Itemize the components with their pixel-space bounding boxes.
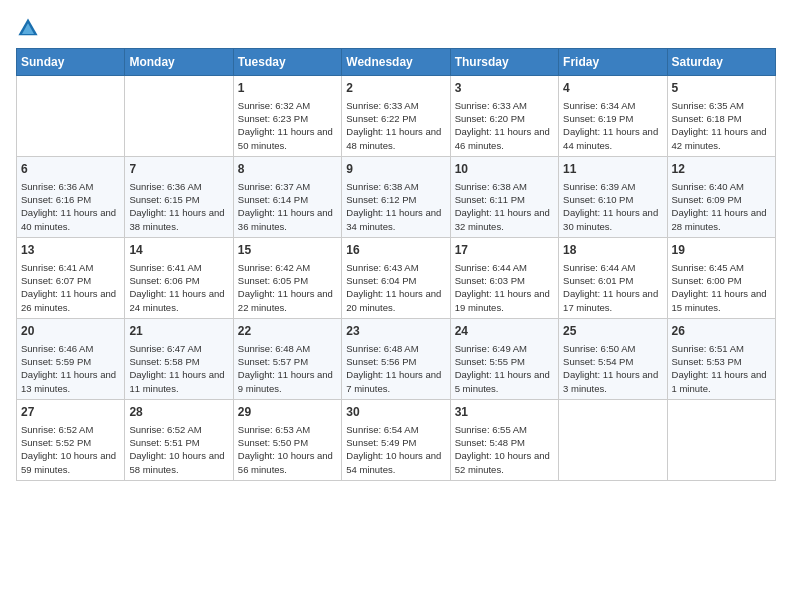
calendar-cell: 4Sunrise: 6:34 AMSunset: 6:19 PMDaylight… bbox=[559, 76, 667, 157]
day-info: Sunrise: 6:45 AMSunset: 6:00 PMDaylight:… bbox=[672, 261, 771, 314]
page-header bbox=[16, 16, 776, 40]
day-info: Sunrise: 6:41 AMSunset: 6:06 PMDaylight:… bbox=[129, 261, 228, 314]
day-number: 17 bbox=[455, 242, 554, 259]
day-info: Sunrise: 6:51 AMSunset: 5:53 PMDaylight:… bbox=[672, 342, 771, 395]
calendar-body: 1Sunrise: 6:32 AMSunset: 6:23 PMDaylight… bbox=[17, 76, 776, 481]
day-info: Sunrise: 6:36 AMSunset: 6:16 PMDaylight:… bbox=[21, 180, 120, 233]
calendar-cell: 25Sunrise: 6:50 AMSunset: 5:54 PMDayligh… bbox=[559, 318, 667, 399]
calendar-cell: 20Sunrise: 6:46 AMSunset: 5:59 PMDayligh… bbox=[17, 318, 125, 399]
day-number: 2 bbox=[346, 80, 445, 97]
day-number: 9 bbox=[346, 161, 445, 178]
day-info: Sunrise: 6:53 AMSunset: 5:50 PMDaylight:… bbox=[238, 423, 337, 476]
day-number: 27 bbox=[21, 404, 120, 421]
day-number: 3 bbox=[455, 80, 554, 97]
calendar-cell: 3Sunrise: 6:33 AMSunset: 6:20 PMDaylight… bbox=[450, 76, 558, 157]
day-info: Sunrise: 6:38 AMSunset: 6:11 PMDaylight:… bbox=[455, 180, 554, 233]
col-wednesday: Wednesday bbox=[342, 49, 450, 76]
calendar-cell: 16Sunrise: 6:43 AMSunset: 6:04 PMDayligh… bbox=[342, 237, 450, 318]
day-number: 5 bbox=[672, 80, 771, 97]
calendar-cell: 9Sunrise: 6:38 AMSunset: 6:12 PMDaylight… bbox=[342, 156, 450, 237]
calendar-week-row: 1Sunrise: 6:32 AMSunset: 6:23 PMDaylight… bbox=[17, 76, 776, 157]
calendar-cell: 8Sunrise: 6:37 AMSunset: 6:14 PMDaylight… bbox=[233, 156, 341, 237]
logo-icon bbox=[16, 16, 40, 40]
calendar-cell: 31Sunrise: 6:55 AMSunset: 5:48 PMDayligh… bbox=[450, 399, 558, 480]
day-number: 31 bbox=[455, 404, 554, 421]
col-saturday: Saturday bbox=[667, 49, 775, 76]
logo bbox=[16, 16, 44, 40]
col-monday: Monday bbox=[125, 49, 233, 76]
day-info: Sunrise: 6:49 AMSunset: 5:55 PMDaylight:… bbox=[455, 342, 554, 395]
day-info: Sunrise: 6:37 AMSunset: 6:14 PMDaylight:… bbox=[238, 180, 337, 233]
day-number: 14 bbox=[129, 242, 228, 259]
day-info: Sunrise: 6:33 AMSunset: 6:20 PMDaylight:… bbox=[455, 99, 554, 152]
calendar-cell bbox=[559, 399, 667, 480]
calendar-cell: 14Sunrise: 6:41 AMSunset: 6:06 PMDayligh… bbox=[125, 237, 233, 318]
day-info: Sunrise: 6:36 AMSunset: 6:15 PMDaylight:… bbox=[129, 180, 228, 233]
calendar-header: Sunday Monday Tuesday Wednesday Thursday… bbox=[17, 49, 776, 76]
calendar-cell: 13Sunrise: 6:41 AMSunset: 6:07 PMDayligh… bbox=[17, 237, 125, 318]
day-info: Sunrise: 6:32 AMSunset: 6:23 PMDaylight:… bbox=[238, 99, 337, 152]
col-sunday: Sunday bbox=[17, 49, 125, 76]
day-number: 7 bbox=[129, 161, 228, 178]
calendar-cell: 18Sunrise: 6:44 AMSunset: 6:01 PMDayligh… bbox=[559, 237, 667, 318]
day-info: Sunrise: 6:52 AMSunset: 5:52 PMDaylight:… bbox=[21, 423, 120, 476]
day-info: Sunrise: 6:48 AMSunset: 5:56 PMDaylight:… bbox=[346, 342, 445, 395]
calendar-week-row: 6Sunrise: 6:36 AMSunset: 6:16 PMDaylight… bbox=[17, 156, 776, 237]
day-number: 10 bbox=[455, 161, 554, 178]
day-number: 23 bbox=[346, 323, 445, 340]
day-info: Sunrise: 6:44 AMSunset: 6:01 PMDaylight:… bbox=[563, 261, 662, 314]
day-number: 6 bbox=[21, 161, 120, 178]
calendar-cell: 17Sunrise: 6:44 AMSunset: 6:03 PMDayligh… bbox=[450, 237, 558, 318]
day-info: Sunrise: 6:33 AMSunset: 6:22 PMDaylight:… bbox=[346, 99, 445, 152]
calendar-cell: 23Sunrise: 6:48 AMSunset: 5:56 PMDayligh… bbox=[342, 318, 450, 399]
day-info: Sunrise: 6:43 AMSunset: 6:04 PMDaylight:… bbox=[346, 261, 445, 314]
calendar-cell: 19Sunrise: 6:45 AMSunset: 6:00 PMDayligh… bbox=[667, 237, 775, 318]
day-info: Sunrise: 6:42 AMSunset: 6:05 PMDaylight:… bbox=[238, 261, 337, 314]
calendar-cell bbox=[667, 399, 775, 480]
calendar-cell: 29Sunrise: 6:53 AMSunset: 5:50 PMDayligh… bbox=[233, 399, 341, 480]
col-friday: Friday bbox=[559, 49, 667, 76]
col-tuesday: Tuesday bbox=[233, 49, 341, 76]
calendar-cell: 11Sunrise: 6:39 AMSunset: 6:10 PMDayligh… bbox=[559, 156, 667, 237]
day-info: Sunrise: 6:46 AMSunset: 5:59 PMDaylight:… bbox=[21, 342, 120, 395]
calendar-cell: 1Sunrise: 6:32 AMSunset: 6:23 PMDaylight… bbox=[233, 76, 341, 157]
day-info: Sunrise: 6:52 AMSunset: 5:51 PMDaylight:… bbox=[129, 423, 228, 476]
day-number: 1 bbox=[238, 80, 337, 97]
day-number: 29 bbox=[238, 404, 337, 421]
calendar-cell: 6Sunrise: 6:36 AMSunset: 6:16 PMDaylight… bbox=[17, 156, 125, 237]
day-info: Sunrise: 6:39 AMSunset: 6:10 PMDaylight:… bbox=[563, 180, 662, 233]
day-info: Sunrise: 6:48 AMSunset: 5:57 PMDaylight:… bbox=[238, 342, 337, 395]
calendar-week-row: 13Sunrise: 6:41 AMSunset: 6:07 PMDayligh… bbox=[17, 237, 776, 318]
day-info: Sunrise: 6:35 AMSunset: 6:18 PMDaylight:… bbox=[672, 99, 771, 152]
calendar-week-row: 27Sunrise: 6:52 AMSunset: 5:52 PMDayligh… bbox=[17, 399, 776, 480]
day-info: Sunrise: 6:41 AMSunset: 6:07 PMDaylight:… bbox=[21, 261, 120, 314]
calendar-cell: 22Sunrise: 6:48 AMSunset: 5:57 PMDayligh… bbox=[233, 318, 341, 399]
day-number: 19 bbox=[672, 242, 771, 259]
calendar-cell bbox=[125, 76, 233, 157]
day-info: Sunrise: 6:54 AMSunset: 5:49 PMDaylight:… bbox=[346, 423, 445, 476]
calendar-cell: 30Sunrise: 6:54 AMSunset: 5:49 PMDayligh… bbox=[342, 399, 450, 480]
day-info: Sunrise: 6:55 AMSunset: 5:48 PMDaylight:… bbox=[455, 423, 554, 476]
day-info: Sunrise: 6:38 AMSunset: 6:12 PMDaylight:… bbox=[346, 180, 445, 233]
day-number: 8 bbox=[238, 161, 337, 178]
col-thursday: Thursday bbox=[450, 49, 558, 76]
day-info: Sunrise: 6:34 AMSunset: 6:19 PMDaylight:… bbox=[563, 99, 662, 152]
day-number: 18 bbox=[563, 242, 662, 259]
calendar-cell: 27Sunrise: 6:52 AMSunset: 5:52 PMDayligh… bbox=[17, 399, 125, 480]
calendar-cell: 15Sunrise: 6:42 AMSunset: 6:05 PMDayligh… bbox=[233, 237, 341, 318]
day-info: Sunrise: 6:50 AMSunset: 5:54 PMDaylight:… bbox=[563, 342, 662, 395]
day-number: 22 bbox=[238, 323, 337, 340]
calendar-cell: 2Sunrise: 6:33 AMSunset: 6:22 PMDaylight… bbox=[342, 76, 450, 157]
day-number: 21 bbox=[129, 323, 228, 340]
calendar-cell: 21Sunrise: 6:47 AMSunset: 5:58 PMDayligh… bbox=[125, 318, 233, 399]
day-number: 28 bbox=[129, 404, 228, 421]
day-number: 30 bbox=[346, 404, 445, 421]
day-number: 13 bbox=[21, 242, 120, 259]
day-number: 24 bbox=[455, 323, 554, 340]
day-info: Sunrise: 6:47 AMSunset: 5:58 PMDaylight:… bbox=[129, 342, 228, 395]
calendar-week-row: 20Sunrise: 6:46 AMSunset: 5:59 PMDayligh… bbox=[17, 318, 776, 399]
day-info: Sunrise: 6:44 AMSunset: 6:03 PMDaylight:… bbox=[455, 261, 554, 314]
day-number: 20 bbox=[21, 323, 120, 340]
calendar-cell: 10Sunrise: 6:38 AMSunset: 6:11 PMDayligh… bbox=[450, 156, 558, 237]
day-number: 26 bbox=[672, 323, 771, 340]
